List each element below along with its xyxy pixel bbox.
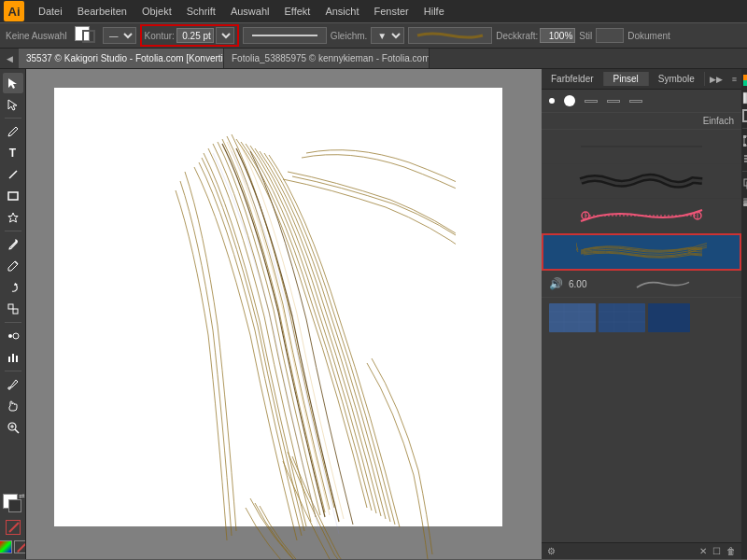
brush-item-2[interactable] bbox=[542, 199, 741, 233]
brush-dot-large[interactable] bbox=[564, 95, 575, 106]
brush-preview-1 bbox=[547, 168, 736, 194]
ri-transform-btn[interactable] bbox=[741, 133, 747, 148]
tab-1[interactable]: Fotolia_53885975 © kennykieman - Fotolia… bbox=[224, 49, 430, 68]
tool-separator-1 bbox=[5, 118, 21, 119]
svg-rect-6 bbox=[13, 309, 18, 314]
svg-rect-5 bbox=[8, 304, 13, 309]
tab-bar: ◀ 35537 © Kakigori Studio - Fotolia.com … bbox=[0, 49, 747, 69]
menu-auswahl[interactable]: Auswahl bbox=[224, 4, 276, 19]
ri-stroke-btn[interactable] bbox=[741, 108, 747, 123]
ri-sep-1 bbox=[742, 128, 747, 129]
stroke-type-select[interactable]: — bbox=[103, 27, 136, 44]
ri-layers-btn[interactable] bbox=[741, 194, 747, 209]
svg-rect-10 bbox=[12, 354, 14, 362]
ri-sep-2 bbox=[742, 171, 747, 172]
menu-ansicht[interactable]: Ansicht bbox=[318, 4, 365, 19]
opacity-box: Deckkraft: bbox=[496, 28, 575, 43]
brush-delete-btn[interactable]: ☐ bbox=[712, 546, 721, 556]
brush-item-3[interactable] bbox=[542, 233, 741, 271]
opacity-input[interactable] bbox=[540, 28, 575, 43]
tool-scale[interactable] bbox=[3, 299, 23, 319]
menu-bar: Ai Datei Bearbeiten Objekt Schrift Auswa… bbox=[0, 0, 747, 22]
brush-preview-2 bbox=[547, 203, 736, 229]
app-logo: Ai bbox=[4, 1, 24, 21]
tool-separator-3 bbox=[5, 322, 21, 323]
tool-colors: ⇄ bbox=[0, 494, 26, 559]
svg-marker-2 bbox=[8, 213, 18, 222]
canvas-area[interactable] bbox=[26, 69, 542, 559]
tab-symbole[interactable]: Symbole bbox=[649, 72, 705, 86]
brush-dot-small[interactable] bbox=[549, 98, 555, 104]
kontur-unit-select[interactable]: ▼ bbox=[216, 27, 234, 44]
svg-rect-39 bbox=[743, 135, 746, 138]
brush-section-label: Einfach bbox=[542, 113, 741, 130]
brush-size-row: 🔊 6.00 bbox=[542, 271, 741, 298]
tab-0[interactable]: 35537 © Kakigori Studio - Fotolia.com [K… bbox=[19, 49, 224, 68]
toolbar: Keine Auswahl — Kontur: ▼ Gleichm. ▼ Dec… bbox=[0, 22, 747, 49]
menu-fenster[interactable]: Fenster bbox=[367, 4, 415, 19]
tool-pen[interactable] bbox=[3, 121, 23, 142]
main-area: T bbox=[0, 69, 747, 559]
tool-select[interactable] bbox=[3, 73, 23, 93]
ri-pathfinder-btn[interactable] bbox=[741, 176, 747, 191]
brush-stroke-preview[interactable] bbox=[408, 27, 492, 44]
stil-preview[interactable] bbox=[596, 28, 624, 43]
svg-rect-34 bbox=[743, 80, 747, 86]
ri-align-btn[interactable] bbox=[741, 151, 747, 166]
right-side: Farbfelder Pinsel Symbole ▶▶ ≡ Einfach bbox=[542, 69, 747, 559]
tool-brush[interactable] bbox=[3, 234, 23, 255]
tool-eyedropper[interactable] bbox=[3, 374, 23, 395]
tool-zoom[interactable] bbox=[3, 417, 23, 438]
brush-dash-2[interactable] bbox=[607, 100, 620, 103]
kontur-input[interactable] bbox=[176, 28, 214, 43]
tool-hand[interactable] bbox=[3, 396, 23, 416]
tool-rect[interactable] bbox=[3, 186, 23, 206]
brush-add-btn[interactable]: ✕ bbox=[699, 546, 707, 556]
brush-dash-1[interactable] bbox=[585, 100, 598, 103]
tool-blend[interactable] bbox=[3, 326, 23, 346]
tab-pinsel[interactable]: Pinsel bbox=[604, 72, 649, 86]
none-color[interactable] bbox=[6, 520, 21, 535]
tool-pencil[interactable] bbox=[3, 256, 23, 276]
tab-farbfelder[interactable]: Farbfelder bbox=[542, 72, 604, 86]
menu-objekt[interactable]: Objekt bbox=[135, 4, 178, 19]
kontur-box: Kontur: ▼ bbox=[140, 24, 239, 47]
tool-type[interactable]: T bbox=[3, 143, 23, 163]
kontur-label: Kontur: bbox=[145, 31, 175, 41]
panel-menu-btn[interactable]: ≡ bbox=[727, 73, 741, 86]
color-mode-btn[interactable] bbox=[0, 540, 12, 553]
menu-datei[interactable]: Datei bbox=[32, 4, 69, 19]
menu-effekt[interactable]: Effekt bbox=[277, 4, 317, 19]
menu-schrift[interactable]: Schrift bbox=[180, 4, 222, 19]
stroke-line bbox=[252, 35, 317, 36]
gleichm-select[interactable]: ▼ bbox=[371, 27, 404, 44]
brush-options-icon[interactable]: ⚙ bbox=[547, 546, 556, 556]
tool-graph[interactable] bbox=[3, 347, 23, 368]
stroke-line-preview[interactable] bbox=[243, 27, 327, 44]
menu-bearbeiten[interactable]: Bearbeiten bbox=[71, 4, 134, 19]
tool-star[interactable] bbox=[3, 207, 23, 228]
tool-separator-4 bbox=[5, 371, 21, 371]
none-mode-btn[interactable] bbox=[14, 540, 27, 553]
bg-color-swatch[interactable] bbox=[8, 499, 21, 512]
brush-item-0[interactable] bbox=[542, 130, 741, 164]
svg-rect-23 bbox=[648, 303, 690, 332]
menu-hilfe[interactable]: Hilfe bbox=[417, 4, 451, 19]
tool-line[interactable] bbox=[3, 164, 23, 185]
tool-rotate[interactable] bbox=[3, 277, 23, 298]
tool-direct-select[interactable] bbox=[3, 94, 23, 115]
brush-menu-btn[interactable]: 🗑 bbox=[726, 546, 736, 556]
brush-dash-3[interactable] bbox=[629, 100, 642, 103]
swap-colors-icon[interactable]: ⇄ bbox=[19, 492, 25, 500]
ri-gradient-btn[interactable] bbox=[741, 91, 747, 105]
canvas-background bbox=[54, 88, 502, 526]
svg-rect-22 bbox=[599, 303, 645, 332]
stroke-swatch[interactable] bbox=[82, 30, 95, 43]
svg-line-3 bbox=[15, 261, 18, 264]
panel-expand-btn[interactable]: ▶▶ bbox=[705, 73, 727, 86]
brush-item-1[interactable] bbox=[542, 164, 741, 199]
svg-rect-41 bbox=[743, 144, 746, 147]
brush-preview-0 bbox=[547, 133, 736, 160]
ri-color-btn[interactable] bbox=[741, 73, 747, 88]
tab-scroll-left[interactable]: ◀ bbox=[0, 49, 19, 68]
